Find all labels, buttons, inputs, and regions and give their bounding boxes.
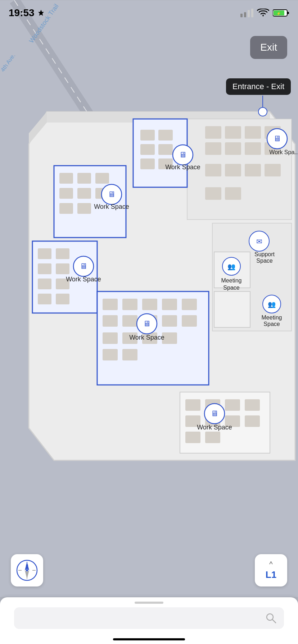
svg-text:🖥: 🖥: [143, 319, 151, 328]
exit-label: Exit: [260, 42, 277, 53]
svg-text:🖥: 🖥: [80, 262, 87, 271]
svg-rect-19: [225, 126, 241, 139]
svg-rect-45: [59, 188, 73, 199]
exit-button[interactable]: Exit: [250, 36, 287, 59]
svg-text:Meeting: Meeting: [262, 314, 282, 321]
svg-text:⚡: ⚡: [276, 11, 281, 16]
bottom-panel: [0, 597, 298, 644]
wifi-icon: [257, 9, 269, 17]
svg-rect-72: [122, 315, 137, 327]
svg-rect-49: [77, 203, 91, 214]
svg-rect-18: [205, 142, 221, 155]
floor-level-label: L1: [266, 569, 276, 580]
svg-rect-95: [205, 432, 220, 443]
svg-rect-109: [214, 291, 250, 327]
svg-rect-76: [103, 332, 118, 344]
svg-rect-81: [122, 349, 137, 360]
svg-text:Work Space: Work Space: [129, 334, 164, 341]
svg-rect-0: [240, 14, 243, 17]
drag-handle: [135, 602, 163, 604]
svg-rect-93: [245, 415, 260, 427]
svg-text:🖥: 🖥: [179, 150, 187, 159]
svg-rect-3: [251, 9, 253, 17]
svg-rect-34: [140, 144, 155, 155]
svg-rect-35: [158, 144, 173, 155]
svg-rect-36: [140, 158, 155, 169]
svg-rect-57: [56, 263, 69, 274]
home-indicator: [113, 638, 185, 640]
svg-rect-22: [245, 142, 261, 155]
battery-icon: ⚡: [273, 9, 289, 17]
status-bar: 19:53 ⚡: [0, 0, 298, 22]
svg-rect-26: [225, 164, 241, 176]
svg-rect-2: [248, 10, 250, 17]
svg-rect-5: [287, 12, 289, 14]
svg-text:✉: ✉: [256, 238, 262, 245]
search-bar[interactable]: [14, 607, 284, 629]
svg-rect-21: [245, 126, 261, 139]
svg-text:Work Space: Work Space: [94, 203, 129, 210]
tooltip-label: Entrance - Exit: [232, 82, 284, 91]
svg-rect-68: [142, 299, 157, 310]
compass-button[interactable]: N: [11, 554, 43, 586]
search-input[interactable]: [21, 613, 261, 623]
svg-rect-89: [245, 399, 260, 411]
svg-text:👥: 👥: [227, 263, 236, 271]
svg-rect-1: [244, 12, 246, 17]
svg-text:Space: Space: [256, 258, 272, 264]
svg-line-129: [272, 620, 276, 623]
svg-rect-29: [205, 187, 221, 200]
svg-rect-71: [103, 315, 118, 327]
svg-point-117: [258, 107, 267, 116]
svg-rect-27: [245, 164, 261, 176]
svg-rect-67: [122, 299, 137, 310]
svg-rect-70: [182, 299, 197, 310]
svg-rect-32: [140, 130, 155, 141]
svg-rect-28: [265, 164, 281, 176]
svg-text:👥: 👥: [268, 300, 276, 308]
compass-icon: N: [16, 560, 38, 581]
svg-text:Meeting: Meeting: [221, 277, 242, 284]
svg-rect-58: [38, 279, 51, 289]
time-display: 19:53: [9, 7, 35, 19]
signal-icon: [240, 9, 253, 17]
svg-text:🖥: 🖥: [108, 190, 116, 199]
svg-point-120: [26, 569, 28, 571]
svg-rect-74: [162, 315, 177, 327]
svg-rect-17: [205, 126, 221, 139]
svg-rect-55: [56, 248, 69, 259]
svg-text:🖥: 🖥: [273, 134, 281, 143]
entrance-tooltip: Entrance - Exit: [226, 78, 291, 95]
svg-rect-75: [182, 315, 197, 327]
svg-text:Support: Support: [254, 251, 275, 257]
svg-rect-30: [225, 187, 241, 200]
floor-chevron: ^: [269, 560, 272, 569]
svg-rect-48: [59, 203, 73, 214]
svg-text:Space: Space: [223, 285, 239, 291]
svg-rect-66: [103, 299, 118, 310]
svg-text:🖥: 🖥: [211, 409, 218, 418]
svg-text:Space: Space: [263, 321, 280, 327]
svg-rect-61: [56, 294, 69, 304]
svg-text:N: N: [26, 564, 28, 567]
floor-selector-button[interactable]: ^ L1: [255, 554, 287, 586]
svg-text:Work Space: Work Space: [66, 276, 101, 283]
svg-rect-60: [38, 294, 51, 304]
status-icons: ⚡: [240, 9, 289, 17]
location-icon: [37, 9, 45, 17]
svg-rect-44: [95, 173, 109, 184]
svg-rect-54: [38, 248, 51, 259]
svg-rect-46: [77, 188, 91, 199]
svg-rect-56: [38, 263, 51, 274]
svg-rect-80: [103, 349, 118, 360]
svg-text:Work Spa...: Work Spa...: [269, 149, 298, 155]
search-icon: [265, 612, 277, 624]
svg-rect-88: [225, 399, 240, 411]
svg-rect-42: [59, 173, 73, 184]
svg-rect-43: [77, 173, 91, 184]
status-time: 19:53: [9, 7, 45, 19]
svg-rect-86: [185, 399, 200, 411]
svg-rect-25: [205, 164, 221, 176]
svg-rect-94: [185, 432, 200, 443]
svg-rect-69: [162, 299, 177, 310]
